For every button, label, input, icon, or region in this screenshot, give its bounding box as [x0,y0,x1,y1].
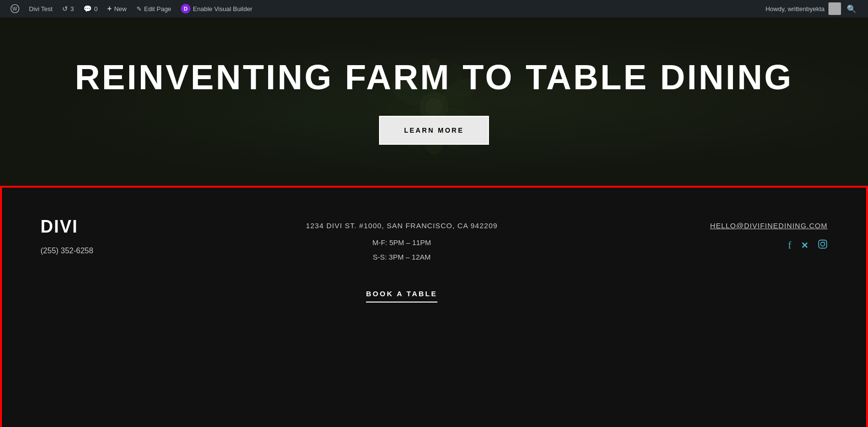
revisions-icon: ↺ [62,5,68,13]
site-name: Divi Test [29,5,53,13]
revisions-count: 3 [70,5,74,13]
svg-point-18 [825,242,826,243]
wordpress-icon: W [11,4,19,13]
admin-bar-right: Howdy, writtenbyekta 🔍 [761,2,862,15]
learn-more-button[interactable]: LEARN MORE [379,116,489,145]
visual-builder-label: Enable Visual Builder [193,5,252,13]
hero-content: REINVENTING FARM TO TABLE DINING LEARN M… [75,58,793,145]
avatar [828,2,841,15]
howdy-text: Howdy, writtenbyekta [761,5,828,13]
footer-left: DIVI (255) 352-6258 [41,217,93,255]
new-label: New [114,5,127,13]
instagram-icon[interactable] [818,239,827,251]
footer-right: HELLO@DIVIFINEDINING.COM f ✕ [710,217,827,251]
book-table-button[interactable]: BOOK A TABLE [366,289,437,303]
edit-page-item[interactable]: ✎ Edit Page [132,0,176,17]
search-icon[interactable]: 🔍 [841,4,862,14]
footer-socials: f ✕ [788,239,827,251]
pencil-icon: ✎ [136,5,142,13]
footer-hours: M-F: 5PM – 11PM S-S: 3PM – 12AM [372,235,431,264]
visual-builder-item[interactable]: D Enable Visual Builder [176,0,257,17]
footer-section: DIVI (255) 352-6258 1234 DIVI ST. #1000,… [0,186,868,427]
divi-icon: D [181,4,190,14]
wp-logo-item[interactable]: W [6,0,24,17]
comments-count: 0 [94,5,97,13]
svg-text:W: W [13,6,17,12]
svg-rect-16 [819,240,827,248]
footer-center: 1234 DIVI ST. #1000, SAN FRANCISCO, CA 9… [306,217,498,303]
svg-point-17 [821,242,825,246]
plus-icon: + [107,4,111,13]
footer: DIVI (255) 352-6258 1234 DIVI ST. #1000,… [2,188,866,427]
admin-bar: W Divi Test ↺ 3 💬 0 + New ✎ Edit Page D … [0,0,868,17]
footer-phone: (255) 352-6258 [41,247,93,255]
comments-icon: 💬 [83,5,92,13]
footer-hours-weekend: S-S: 3PM – 12AM [372,250,431,264]
footer-hours-weekday: M-F: 5PM – 11PM [372,235,431,250]
footer-email[interactable]: HELLO@DIVIFINEDINING.COM [710,221,827,230]
revisions-item[interactable]: ↺ 3 [57,0,79,17]
hero-section: REINVENTING FARM TO TABLE DINING LEARN M… [0,17,868,186]
hero-title: REINVENTING FARM TO TABLE DINING [75,58,793,96]
twitter-x-icon[interactable]: ✕ [801,240,808,251]
site-name-item[interactable]: Divi Test [24,0,57,17]
footer-logo: DIVI [41,217,93,237]
new-item[interactable]: + New [102,0,131,17]
edit-page-label: Edit Page [144,5,171,13]
footer-address: 1234 DIVI ST. #1000, SAN FRANCISCO, CA 9… [306,221,498,230]
comments-item[interactable]: 💬 0 [79,0,102,17]
facebook-icon[interactable]: f [788,240,791,251]
